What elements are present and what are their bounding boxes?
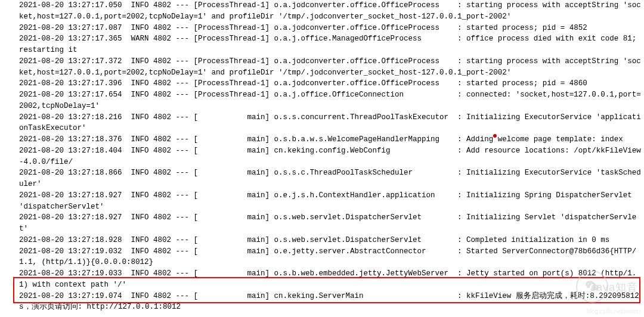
log-line: 2021-08-20 13:27:18.404 INFO 4802 --- [ … <box>19 145 642 168</box>
log-line: 2021-08-20 13:27:18.216 INFO 4802 --- [ … <box>19 112 642 135</box>
log-line: 2021-08-20 13:27:19.033 INFO 4802 --- [ … <box>19 268 642 291</box>
log-line: 2021-08-20 13:27:18.927 INFO 4802 --- [ … <box>19 190 642 213</box>
log-line: 2021-08-20 13:27:17.050 INFO 4802 --- [P… <box>19 0 642 23</box>
log-line: 2021-08-20 13:27:17.396 INFO 4802 --- [P… <box>19 78 642 89</box>
log-line: 2021-08-20 13:27:19.074 INFO 4802 --- [ … <box>19 291 642 313</box>
log-output: 2021-08-20 13:27:17.050 INFO 4802 --- [P… <box>0 0 644 315</box>
log-line: 2021-08-20 13:27:18.927 INFO 4802 --- [ … <box>19 212 642 235</box>
log-line: 2021-08-20 13:27:17.372 INFO 4802 --- [P… <box>19 56 642 79</box>
log-line: 2021-08-20 13:27:17.365 WARN 4802 --- [P… <box>19 33 642 56</box>
log-line: 2021-08-20 13:27:17.087 INFO 4802 --- [P… <box>19 23 642 34</box>
log-line: 2021-08-20 13:27:17.654 INFO 4802 --- [P… <box>19 89 642 112</box>
log-line: 2021-08-20 13:27:18.376 INFO 4802 --- [ … <box>19 134 642 145</box>
log-line: 2021-08-20 13:27:18.928 INFO 4802 --- [ … <box>19 235 642 246</box>
log-line: 2021-08-20 13:27:18.866 INFO 4802 --- [ … <box>19 167 642 190</box>
log-line: 2021-08-20 13:27:19.032 INFO 4802 --- [ … <box>19 246 642 269</box>
